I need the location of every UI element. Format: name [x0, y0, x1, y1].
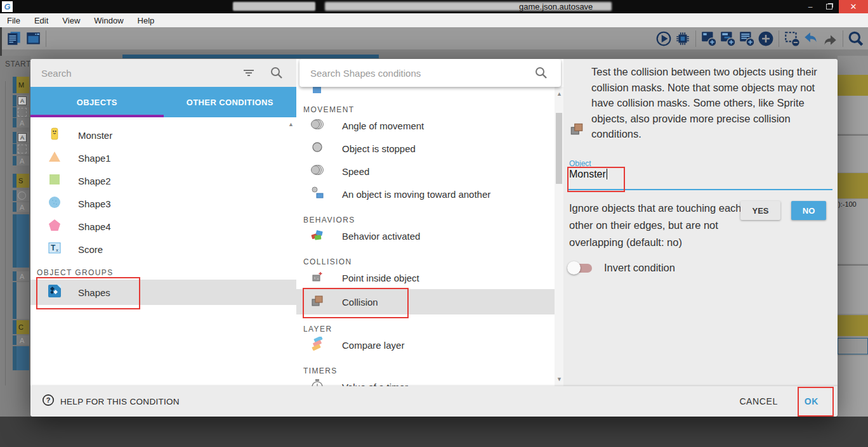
events-sheet-right: ):-100 — [838, 56, 868, 417]
event-block — [13, 214, 29, 268]
no-button[interactable]: NO — [791, 201, 826, 220]
add-subevent-icon[interactable] — [718, 30, 737, 48]
menu-help[interactable]: Help — [131, 16, 162, 25]
condition-item-speed[interactable]: Speed — [296, 160, 555, 183]
search-icon[interactable] — [533, 66, 549, 80]
undo-icon[interactable] — [801, 30, 820, 48]
object-shape-square-icon — [48, 172, 62, 189]
object-item-score[interactable]: TxScore — [30, 238, 296, 261]
object-shape-circle-icon — [48, 195, 62, 212]
annotation-shapes-group — [36, 277, 140, 309]
invert-condition-toggle[interactable] — [569, 264, 592, 273]
condition-item-angle-of-movement[interactable]: Angle of movement — [296, 114, 555, 137]
object-monster-icon — [48, 127, 62, 143]
annotation-collision-item — [303, 288, 409, 318]
delete-event-icon[interactable] — [782, 30, 801, 48]
event-block: A — [13, 271, 29, 281]
events-list-icon[interactable] — [4, 30, 23, 48]
event-block — [13, 190, 29, 201]
menu-edit[interactable]: Edit — [27, 16, 55, 25]
object-item-shape3[interactable]: Shape3 — [30, 192, 296, 215]
clipped-condition-item[interactable] — [296, 87, 555, 100]
window-title: game.json.autosave — [519, 2, 593, 11]
event-block: ):-100 — [838, 199, 868, 209]
play-icon[interactable] — [654, 30, 673, 48]
condition-item-value-of-a-timer[interactable]: Value of a timer — [296, 375, 555, 386]
svg-text:?: ? — [46, 396, 51, 404]
event-block — [838, 75, 868, 96]
conditions-scrollbar[interactable]: ▲ ▼ — [555, 87, 563, 386]
object-item-label: Shape4 — [78, 221, 111, 232]
event-block — [838, 173, 868, 198]
point-inside-icon — [310, 269, 324, 286]
event-block: A — [13, 335, 29, 345]
events-sheet-bottom — [0, 417, 868, 447]
search-icon[interactable] — [846, 30, 865, 48]
condition-item-point-inside-object[interactable]: Point inside object — [296, 266, 555, 289]
condition-item-behavior-activated[interactable]: Behavior activated — [296, 224, 555, 247]
add-event-icon[interactable] — [699, 30, 718, 48]
object-item-monster[interactable]: Monster — [30, 124, 296, 146]
scroll-up-arrow[interactable]: ▲ — [288, 121, 294, 127]
menu-window[interactable]: Window — [87, 16, 130, 25]
object-item-shape4[interactable]: Shape4 — [30, 215, 296, 238]
moving-toward-icon — [310, 186, 324, 202]
debug-icon[interactable] — [673, 30, 692, 48]
event-block — [838, 209, 868, 264]
section-header-layer: LAYER — [296, 318, 555, 334]
condition-item-label: Angle of movement — [342, 120, 424, 131]
menu-view[interactable]: View — [55, 16, 87, 25]
annotation-monster-input — [567, 167, 625, 192]
scene-window-icon[interactable] — [23, 30, 43, 48]
condition-editor-dialog: Search OBJECTS OTHER CONDITIONS MonsterS… — [30, 59, 838, 417]
redo-icon[interactable] — [820, 30, 839, 48]
object-search-input[interactable]: Search — [30, 59, 296, 87]
yes-button[interactable]: YES — [740, 201, 780, 220]
event-block: M — [13, 77, 29, 93]
condition-search-input[interactable]: Search Shapes conditions — [299, 59, 561, 87]
scene-tab-row — [2, 49, 868, 59]
menu-bar: FileEditViewWindowHelp — [0, 13, 868, 27]
event-block — [13, 107, 29, 117]
scrollbar-thumb[interactable] — [556, 113, 562, 184]
tab-objects[interactable]: OBJECTS — [30, 87, 164, 117]
list-top-pad — [30, 117, 296, 124]
speed-icon — [310, 163, 324, 179]
tab-other-conditions[interactable]: OTHER CONDITIONS — [164, 87, 297, 117]
object-item-label: Monster — [78, 130, 112, 141]
section-header-collision: COLLISION — [296, 251, 555, 266]
close-button[interactable]: ✕ — [839, 0, 868, 13]
object-tabs: OBJECTS OTHER CONDITIONS — [30, 87, 296, 117]
event-block: A — [13, 202, 29, 212]
condition-item-an-object-is-moving-toward-another[interactable]: An object is moving toward another — [296, 183, 555, 205]
object-list: MonsterShape1Shape2Shape3Shape4TxScoreOB… — [30, 117, 296, 386]
scroll-down-arrow[interactable]: ▼ — [556, 376, 562, 382]
toolbar — [2, 27, 868, 49]
section-header-behaviors: BEHAVIORS — [296, 209, 555, 224]
cancel-button[interactable]: CANCEL — [739, 396, 777, 406]
minimize-button[interactable]: – — [801, 0, 820, 13]
section-header-movement: MOVEMENT — [296, 100, 555, 114]
condition-item-compare-layer[interactable]: Compare layer — [296, 334, 555, 356]
restore-button[interactable] — [820, 0, 839, 13]
event-block — [838, 266, 868, 314]
object-item-label: Shape1 — [78, 153, 111, 164]
toggle-knob — [567, 261, 581, 275]
scroll-up-arrow[interactable]: ▲ — [556, 91, 562, 97]
toolbar-separator — [695, 30, 696, 47]
object-item-shape2[interactable]: Shape2 — [30, 169, 296, 192]
toolbar-separator — [779, 30, 779, 47]
condition-item-object-is-stopped[interactable]: Object is stopped — [296, 137, 555, 160]
scene-tab-label: START — [5, 60, 30, 68]
help-label: HELP FOR THIS CONDITION — [60, 397, 180, 406]
search-icon[interactable] — [268, 66, 285, 80]
svg-text:x: x — [56, 247, 58, 253]
filter-icon[interactable] — [240, 66, 257, 80]
add-circle-icon[interactable] — [756, 30, 775, 48]
ignore-edges-label: Ignore objects that are touching each ot… — [569, 200, 744, 251]
menu-file[interactable]: File — [0, 16, 27, 25]
help-button[interactable]: ? HELP FOR THIS CONDITION — [42, 394, 180, 409]
event-block — [13, 144, 29, 154]
object-item-shape1[interactable]: Shape1 — [30, 146, 296, 169]
add-comment-icon[interactable] — [737, 30, 756, 48]
